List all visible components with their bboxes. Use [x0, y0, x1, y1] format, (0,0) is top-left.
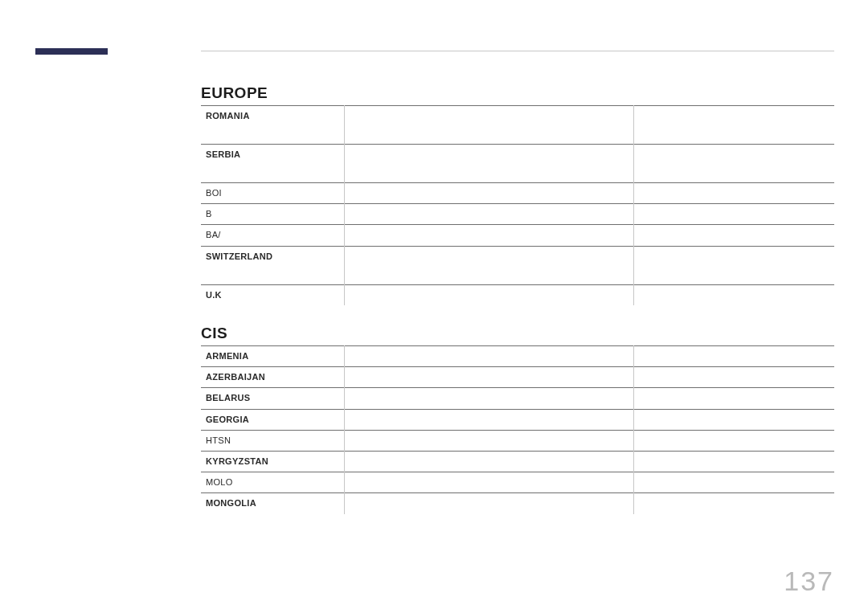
table-row: GEORGIA: [201, 409, 834, 430]
country-label: ARMENIA: [206, 346, 339, 366]
country-label: ROMANIA: [206, 106, 339, 126]
table-row: AZERBAIJAN: [201, 367, 834, 388]
page: EUROPE ROMANIA SERBIA BOI B: [0, 0, 868, 613]
content-area: EUROPE ROMANIA SERBIA BOI B: [201, 76, 834, 514]
table-row: HTSN: [201, 430, 834, 451]
section-title-cis: CIS: [201, 325, 834, 342]
country-label: U.K: [206, 285, 339, 305]
country-label: KYRGYZSTAN: [206, 452, 339, 472]
accent-bar: [35, 48, 108, 55]
table-row: BA/: [201, 225, 834, 246]
top-rule: [201, 51, 834, 51]
table-row: SERBIA: [201, 145, 834, 183]
page-number: 137: [784, 566, 834, 597]
country-label: MOLO: [206, 472, 339, 492]
section-title-europe: EUROPE: [201, 84, 834, 102]
table-row: KYRGYZSTAN: [201, 452, 834, 472]
table-row: ARMENIA: [201, 346, 834, 367]
europe-table: ROMANIA SERBIA BOI B BA/: [201, 105, 834, 305]
country-label: SERBIA: [206, 145, 339, 165]
cis-table: ARMENIA AZERBAIJAN BELARUS GEORGIA HTSN: [201, 345, 834, 514]
country-label: BELARUS: [206, 388, 339, 408]
table-row: B: [201, 204, 834, 225]
country-label: BA/: [206, 225, 339, 245]
table-row: SWITZERLAND: [201, 246, 834, 284]
table-row: MONGOLIA: [201, 493, 834, 514]
table-row: BELARUS: [201, 388, 834, 409]
country-label: SWITZERLAND: [206, 247, 339, 267]
country-label: HTSN: [206, 431, 339, 451]
country-label: B: [206, 204, 339, 224]
table-row: ROMANIA: [201, 106, 834, 145]
country-label: AZERBAIJAN: [206, 367, 339, 387]
table-row: U.K: [201, 284, 834, 305]
country-label: MONGOLIA: [206, 493, 339, 513]
table-row: BOI: [201, 183, 834, 204]
country-label: BOI: [206, 183, 339, 203]
country-label: GEORGIA: [206, 410, 339, 430]
table-row: MOLO: [201, 472, 834, 493]
